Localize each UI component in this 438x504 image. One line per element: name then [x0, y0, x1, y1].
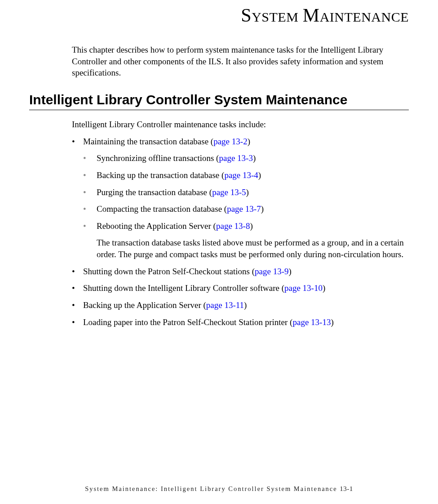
- title-word2-first: M: [303, 5, 320, 26]
- section-heading: Intelligent Library Controller System Ma…: [29, 92, 409, 110]
- page-link[interactable]: page 13-4: [224, 170, 258, 180]
- page-footer: System Maintenance: Intelligent Library …: [0, 485, 438, 493]
- list-item: Compacting the transaction database (pag…: [83, 203, 409, 215]
- sub-note: The transaction database tasks listed ab…: [97, 237, 409, 260]
- list-item: Shutting down the Patron Self-Checkout s…: [72, 266, 409, 277]
- item-text: Synchronizing offline transactions (: [97, 153, 219, 163]
- footer-text: System Maintenance: Intelligent Library …: [85, 485, 337, 492]
- chapter-title: SYSTEM MAINTENANCE: [29, 0, 409, 44]
- page-link[interactable]: page 13-7: [227, 204, 261, 214]
- sub-task-list: Synchronizing offline transactions (page…: [83, 152, 409, 260]
- item-text: Backing up the transaction database (: [97, 170, 224, 180]
- page-link[interactable]: page 13-13: [292, 317, 331, 327]
- page-link[interactable]: page 13-9: [255, 267, 288, 276]
- item-text: Compacting the transaction database (: [97, 204, 227, 214]
- item-text: Rebooting the Application Server (: [97, 221, 216, 231]
- page-link[interactable]: page 13-10: [284, 283, 323, 293]
- item-close: ): [246, 187, 249, 197]
- footer-page-number: 13-1: [340, 485, 353, 492]
- list-intro: Intelligent Library Controller maintenan…: [72, 119, 409, 130]
- item-text: Purging the transaction database (: [97, 187, 212, 197]
- list-item: Backing up the transaction database (pag…: [83, 169, 409, 181]
- list-item: Loading paper into the Patron Self-Check…: [72, 317, 409, 328]
- page-link[interactable]: page 13-2: [213, 137, 247, 146]
- list-item: Synchronizing offline transactions (page…: [83, 152, 409, 164]
- item-text: Shutting down the Intelligent Library Co…: [83, 283, 284, 293]
- item-close: ): [258, 170, 261, 180]
- item-text: Backing up the Application Server (: [83, 300, 206, 310]
- page-link[interactable]: page 13-11: [206, 300, 244, 310]
- page-link[interactable]: page 13-3: [219, 153, 252, 163]
- item-close: ): [289, 267, 292, 276]
- list-item: Purging the transaction database (page 1…: [83, 187, 409, 198]
- list-item: Maintaining the transaction database (pa…: [72, 136, 409, 260]
- item-text: Shutting down the Patron Self-Checkout s…: [83, 267, 255, 276]
- item-close: ): [250, 221, 252, 231]
- item-close: ): [261, 204, 264, 214]
- title-word2-rest: AINTENANCE: [320, 9, 409, 24]
- item-close: ): [244, 300, 247, 310]
- item-text: Maintaining the transaction database (: [83, 137, 213, 146]
- item-close: ): [331, 317, 333, 327]
- title-word1-first: S: [241, 5, 252, 26]
- item-text: Loading paper into the Patron Self-Check…: [83, 317, 292, 327]
- intro-paragraph: This chapter describes how to perform sy…: [72, 44, 409, 79]
- list-item: Shutting down the Intelligent Library Co…: [72, 282, 409, 294]
- item-close: ): [323, 283, 325, 293]
- page-link[interactable]: page 13-8: [216, 221, 250, 231]
- title-word1-rest: YSTEM: [252, 9, 298, 24]
- item-close: ): [248, 137, 250, 146]
- page-link[interactable]: page 13-5: [212, 187, 246, 197]
- list-item: Backing up the Application Server (page …: [72, 299, 409, 311]
- list-item: Rebooting the Application Server (page 1…: [83, 220, 409, 260]
- task-list: Maintaining the transaction database (pa…: [72, 136, 409, 328]
- item-close: ): [253, 153, 256, 163]
